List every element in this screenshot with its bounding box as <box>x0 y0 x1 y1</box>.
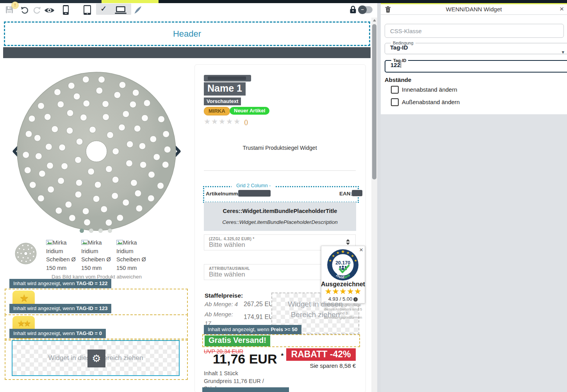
editor-toolbar: ! ✓ – <box>0 3 377 18</box>
free-shipping-badge[interactable]: Gratis Versand! <box>205 335 270 346</box>
unsaved-warning-icon: ! <box>11 2 19 9</box>
svg-text:★: ★ <box>341 249 345 254</box>
broken-image-icon <box>46 240 53 245</box>
tag-id-input[interactable]: Tag-ID 122 <box>385 58 567 73</box>
thumbnail-variant-3[interactable]: Mirka Iridium Scheiben Ø 150 mm <box>116 239 152 272</box>
condition-label-123: Inhalt wird angezeigt, wenn TAG-ID = 123 <box>9 304 111 313</box>
widget-settings-panel: WENN/DANN Widget × Bedingung Tag-ID ▾ Ta… <box>381 4 567 392</box>
top-app-bar <box>0 0 567 3</box>
feather-icon[interactable] <box>134 5 142 16</box>
product-image-sanding-disc <box>16 71 177 231</box>
trustami-stars: ★★★★★ <box>321 287 365 296</box>
bundle-description: Ceres::Widget.itemBundlePlaceholderDescr… <box>204 214 356 225</box>
condition-label-cropped <box>202 387 289 392</box>
lock-icon[interactable] <box>350 5 356 15</box>
carousel-dot[interactable] <box>80 229 84 233</box>
product-name: Name 1 <box>204 82 246 96</box>
rating-count: () <box>244 119 248 125</box>
redacted-manufacturer-badge <box>204 75 251 82</box>
broken-image-icon <box>81 240 88 245</box>
tablet-icon[interactable] <box>84 5 91 16</box>
panel-header: WENN/DANN Widget × <box>381 4 567 15</box>
panel-gutter <box>377 3 381 392</box>
preview-text-badge: Vorschautext <box>204 98 241 105</box>
svg-text:★: ★ <box>351 254 354 258</box>
aussenabstand-checkbox[interactable] <box>391 98 399 106</box>
tag-id-value: 122 <box>390 62 400 68</box>
preview-eye-icon[interactable] <box>44 7 55 15</box>
divider <box>204 170 356 171</box>
gear-icon[interactable]: ⚙ <box>87 349 105 367</box>
mobile-icon[interactable] <box>63 5 69 16</box>
new-article-badge: Neuer Artikel <box>230 107 269 115</box>
condition-label-0: Inhalt wird angezeigt, wenn TAG-ID = 0 <box>9 329 106 338</box>
shopbuilder-editor: ! ✓ – <box>0 0 567 392</box>
bundle-title: Ceres::Widget.itemBundlePlaceholderTitle <box>204 202 356 214</box>
text-cursor <box>401 62 401 68</box>
panel-body: Bedingung Tag-ID ▾ Tag-ID 122 Abstände I… <box>381 15 567 114</box>
scrollbar-thumb[interactable] <box>372 24 376 179</box>
condition-label-price: Inhalt wird angezeigt, wenn Preis >= 50 <box>204 325 301 334</box>
desktop-icon[interactable] <box>115 6 127 16</box>
dropzone-hint-right: Widget in diesen Bereich ziehen <box>271 299 359 320</box>
current-price: 11,76 EUR* <box>213 351 284 367</box>
panel-title: WENN/DANN Widget <box>381 6 567 12</box>
stepper-icon <box>346 239 350 245</box>
trustami-seal: ★ ★ ★ ★ ★ ★ ★ 20.170 Trustami <box>327 249 359 281</box>
caret-down-icon: ▾ <box>562 49 564 55</box>
trustami-count: 20.170 <box>335 260 350 266</box>
carousel-dots <box>80 227 117 234</box>
condition-label-122: Inhalt wird angezeigt, wenn TAG-ID = 122 <box>9 279 111 288</box>
discount-badge: RABATT -42% <box>286 348 356 361</box>
artikelnummer-label: Artikelnummer <box>206 191 243 197</box>
broken-image-icon <box>116 240 123 245</box>
carousel-dot[interactable] <box>98 229 103 233</box>
rating-stars: ★★★★★() <box>204 117 248 126</box>
navigation-bar-placeholder <box>3 47 371 58</box>
grid-widget-label: Grid 2 Column - <box>232 183 275 188</box>
scrollbar-up-icon[interactable] <box>373 19 376 21</box>
svg-text:★: ★ <box>354 259 357 263</box>
top-bar-highlight <box>102 0 159 3</box>
bedingung-select[interactable]: Bedingung Tag-ID ▾ <box>385 41 567 54</box>
svg-text:★: ★ <box>346 251 349 255</box>
thumbnail-variant-2[interactable]: Mirka Iridium Scheiben Ø 150 mm <box>81 239 116 272</box>
carousel-dot[interactable] <box>108 229 112 233</box>
close-icon[interactable]: × <box>560 5 564 13</box>
grid-2-column-widget[interactable]: Grid 2 Column - Artikelnummer EAN: <box>203 186 359 203</box>
innenabstand-label: Innenabstand ändern <box>402 86 457 93</box>
svg-text:★: ★ <box>328 259 332 263</box>
redacted-article-number <box>238 190 271 197</box>
header-dropzone[interactable]: Header <box>4 21 370 46</box>
tier1-qty: Ab Menge: 4 <box>205 301 238 307</box>
toggle-switch[interactable]: – <box>359 6 373 13</box>
savings-text: Sie sparen 8,58 € <box>286 362 356 369</box>
content-quantity: Inhalt 1 Stück <box>204 370 238 376</box>
staffelpreise-heading: Staffelpreise: <box>205 292 243 299</box>
trustami-widget-placeholder: Trustami Produktsiegel Widget <box>194 145 365 151</box>
base-price: Grundpreis 11,76 EUR / <box>204 378 264 384</box>
ean-label: EAN: <box>339 191 352 197</box>
undo-icon[interactable] <box>20 6 29 16</box>
css-class-input[interactable] <box>385 24 564 38</box>
toggle-knob: – <box>358 5 367 14</box>
carousel-dot[interactable] <box>89 229 93 233</box>
bundle-placeholder-widget[interactable]: Ceres::Widget.itemBundlePlaceholderTitle… <box>204 202 356 231</box>
thumbnail-variant-1[interactable]: Mirka Iridium Scheiben Ø 150 mm <box>46 239 81 272</box>
check-icon[interactable]: ✓ <box>100 4 107 13</box>
innenabstand-checkbox[interactable] <box>391 86 399 94</box>
bedingung-value: Tag-ID <box>390 44 564 51</box>
thumbnail-label: Mirka <box>53 239 66 246</box>
thumbnail-label: Mirka <box>123 239 137 246</box>
close-icon[interactable]: × <box>359 246 363 254</box>
thumbnail-label: Mirka <box>88 239 102 246</box>
aussenabstand-label: Außenabstand ändern <box>402 99 460 105</box>
redo-icon[interactable] <box>33 6 41 16</box>
abstaende-heading: Abstände <box>385 76 411 83</box>
brand-badge: MIRKA <box>204 107 230 115</box>
thumbnail-image[interactable] <box>15 243 37 264</box>
svg-text:★: ★ <box>336 251 339 255</box>
svg-text:★: ★ <box>332 254 335 258</box>
redacted-ean <box>352 190 362 196</box>
